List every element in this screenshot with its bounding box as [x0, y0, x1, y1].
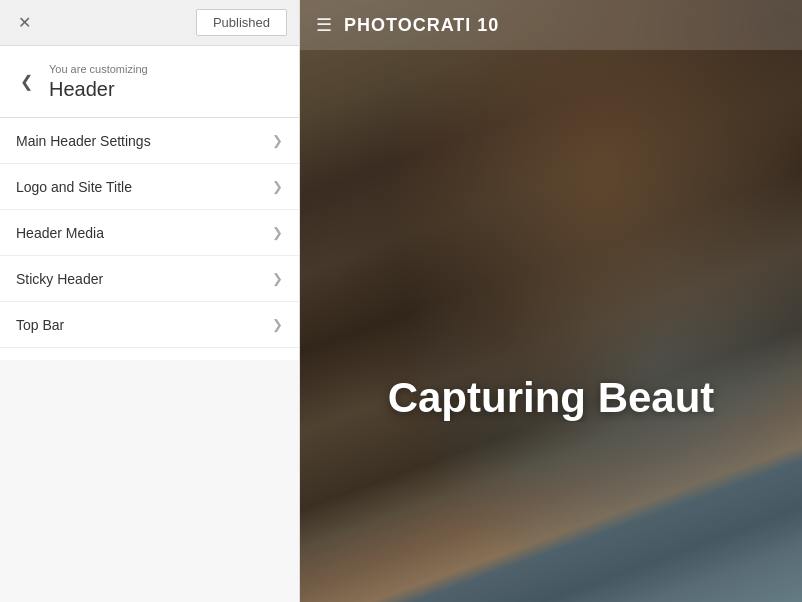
menu-item-side-panel[interactable]: Side Panel❯: [0, 348, 299, 360]
menu-item-label-logo-and-site-title: Logo and Site Title: [16, 179, 132, 195]
top-bar: ✕ Published: [0, 0, 299, 46]
back-button[interactable]: ❮: [14, 68, 39, 95]
chevron-right-icon: ❯: [272, 271, 283, 286]
preview-header-bar: ☰ PHOTOCRATI 10: [300, 0, 802, 50]
preview-background: [300, 0, 802, 602]
left-panel: ✕ Published ❮ You are customizing Header…: [0, 0, 300, 602]
menu-item-label-top-bar: Top Bar: [16, 317, 64, 333]
menu-item-top-bar[interactable]: Top Bar❯: [0, 302, 299, 348]
header-section: ❮ You are customizing Header: [0, 46, 299, 118]
menu-item-header-media[interactable]: Header Media❯: [0, 210, 299, 256]
menu-item-label-main-header-settings: Main Header Settings: [16, 133, 151, 149]
menu-item-main-header-settings[interactable]: Main Header Settings❯: [0, 118, 299, 164]
menu-list: Main Header Settings❯Logo and Site Title…: [0, 118, 299, 360]
chevron-right-icon: ❯: [272, 225, 283, 240]
chevron-right-icon: ❯: [272, 179, 283, 194]
menu-item-label-sticky-header: Sticky Header: [16, 271, 103, 287]
breadcrumb-text: You are customizing Header: [49, 62, 148, 100]
chevron-right-icon: ❯: [272, 317, 283, 332]
published-button[interactable]: Published: [196, 9, 287, 36]
customizing-label: You are customizing: [49, 62, 148, 76]
menu-item-sticky-header[interactable]: Sticky Header❯: [0, 256, 299, 302]
hero-text-block: Capturing Beaut: [300, 374, 802, 422]
site-title: PHOTOCRATI 10: [344, 15, 499, 36]
preview-panel: ☰ PHOTOCRATI 10 Capturing Beaut: [300, 0, 802, 602]
hamburger-icon: ☰: [316, 14, 332, 36]
chevron-right-icon: ❯: [272, 133, 283, 148]
section-title: Header: [49, 77, 148, 101]
menu-item-label-header-media: Header Media: [16, 225, 104, 241]
menu-item-logo-and-site-title[interactable]: Logo and Site Title❯: [0, 164, 299, 210]
close-button[interactable]: ✕: [12, 11, 37, 35]
hero-title: Capturing Beaut: [320, 374, 782, 422]
bottom-space: [0, 360, 299, 602]
